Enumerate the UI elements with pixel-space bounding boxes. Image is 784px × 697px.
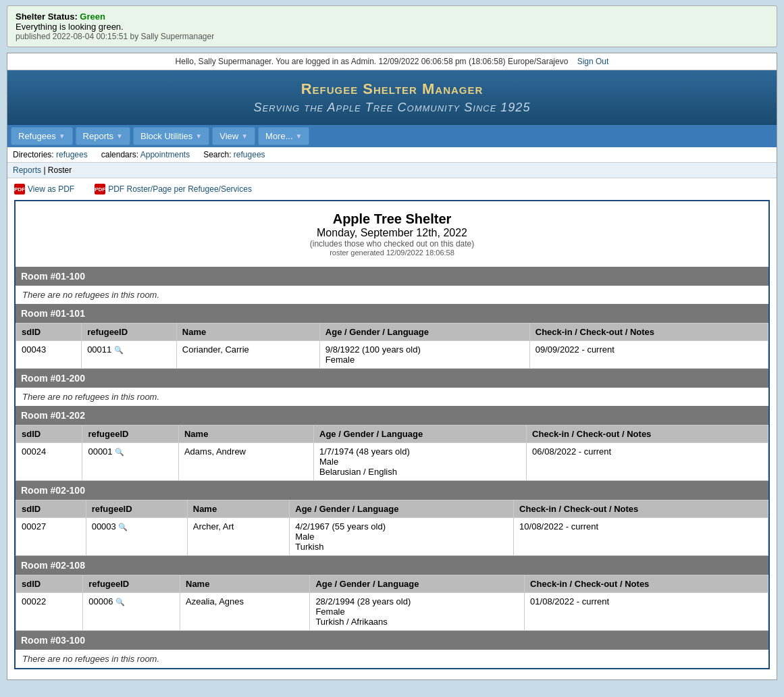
pdf-roster-link[interactable]: PDF PDF Roster/Page per Refugee/Services: [95, 184, 252, 195]
no-refugees-msg-6: There are no refugees in this room.: [16, 650, 768, 668]
footer: Copyright © 2022 RSM Test Site. All Righ…: [0, 694, 784, 697]
search-refugees-link[interactable]: refugees: [234, 150, 265, 159]
nav-item-block-utilities[interactable]: Block Utilities ▼: [133, 127, 209, 145]
search-icon[interactable]: 🔍: [115, 448, 124, 457]
top-bar: Hello, Sally Supermanager. You are logge…: [7, 53, 777, 70]
col-header: Age / Gender / Language: [319, 324, 529, 341]
search-icon[interactable]: 🔍: [115, 598, 125, 607]
nav-label-more: More...: [265, 131, 292, 141]
report-shelter-name: Apple Tree Shelter: [26, 211, 758, 227]
col-header: Age / Gender / Language: [314, 425, 527, 443]
rooms-container: Room #01-100There are no refugees in thi…: [16, 267, 768, 668]
no-refugees-msg-0: There are no refugees in this room.: [16, 286, 768, 304]
app-subtitle: Serving the Apple Tree Community Since 1…: [14, 101, 770, 115]
main-container: Hello, Sally Supermanager. You are logge…: [7, 53, 777, 680]
report-content: Apple Tree Shelter Monday, September 12t…: [14, 200, 770, 669]
pdf-links-section: PDF View as PDF PDF PDF Roster/Page per …: [7, 178, 777, 200]
col-header: Name: [187, 500, 290, 518]
cell-sdid: 00043: [16, 341, 82, 369]
cell-name: Azealia, Agnes: [180, 593, 310, 631]
cell-age-gender-lang: 4/2/1967 (55 years old)MaleTurkish: [290, 518, 514, 556]
block-utilities-arrow-icon: ▼: [195, 132, 202, 140]
breadcrumb-current: Roster: [48, 165, 72, 175]
room-header-6: Room #03-100: [16, 631, 768, 650]
col-header: Check-in / Check-out / Notes: [527, 425, 768, 443]
calendars-label: calendars: Appointments: [101, 150, 190, 159]
shelter-status-title: Shelter Status: Green: [16, 11, 768, 22]
no-refugees-msg-2: There are no refugees in this room.: [16, 388, 768, 406]
room-header-2: Room #01-200: [16, 369, 768, 388]
col-header: Name: [178, 425, 313, 443]
appointments-link[interactable]: Appointments: [140, 150, 190, 159]
room-table-5: sdIDrefugeeIDNameAge / Gender / Language…: [16, 575, 768, 631]
pdf-roster-label: PDF Roster/Page per Refugee/Services: [108, 184, 252, 194]
room-header-1: Room #01-101: [16, 304, 768, 323]
room-table-3: sdIDrefugeeIDNameAge / Gender / Language…: [16, 425, 768, 481]
nav-item-more[interactable]: More... ▼: [258, 127, 309, 145]
col-header: refugeeID: [83, 575, 180, 593]
cell-sdid: 00024: [16, 443, 82, 481]
room-header-4: Room #02-100: [16, 481, 768, 500]
col-header: sdID: [16, 500, 86, 518]
col-header: Name: [180, 575, 310, 593]
col-header: Age / Gender / Language: [310, 575, 525, 593]
col-header: sdID: [16, 324, 82, 341]
shelter-status-banner: Shelter Status: Green Everything is look…: [7, 5, 777, 47]
cell-checkin: 09/09/2022 - current: [529, 341, 768, 369]
col-header: Name: [176, 324, 319, 341]
report-generated: roster generated 12/09/2022 18:06:58: [26, 249, 758, 257]
report-note: (includes those who checked out on this …: [26, 239, 758, 249]
nav-item-refugees[interactable]: Refugees ▼: [11, 127, 73, 145]
view-arrow-icon: ▼: [241, 132, 248, 140]
sign-out-link[interactable]: Sign Out: [577, 57, 609, 66]
cell-age-gender-lang: 9/8/1922 (100 years old)Female: [319, 341, 529, 369]
col-header: sdID: [16, 575, 83, 593]
cell-refugeeid: 00001 🔍: [82, 443, 179, 481]
cell-name: Archer, Art: [187, 518, 290, 556]
shelter-status-published: published 2022-08-04 00:15:51 by Sally S…: [16, 32, 768, 41]
col-header: Check-in / Check-out / Notes: [529, 324, 768, 341]
cell-refugeeid: 00003 🔍: [86, 518, 187, 556]
reports-arrow-icon: ▼: [116, 132, 123, 140]
nav-label-block-utilities: Block Utilities: [140, 131, 192, 141]
cell-name: Coriander, Carrie: [176, 341, 319, 369]
cell-age-gender-lang: 1/7/1974 (48 years old)MaleBelarusian / …: [314, 443, 527, 481]
search-icon[interactable]: 🔍: [118, 523, 128, 532]
room-table-1: sdIDrefugeeIDNameAge / Gender / Language…: [16, 323, 768, 369]
refugees-arrow-icon: ▼: [59, 132, 66, 140]
pdf-icon-1: PDF: [14, 184, 25, 195]
nav-label-refugees: Refugees: [18, 131, 56, 141]
cell-refugeeid: 00011 🔍: [82, 341, 177, 369]
nav-item-reports[interactable]: Reports ▼: [76, 127, 130, 145]
col-header: refugeeID: [82, 425, 179, 443]
cell-checkin: 01/08/2022 - current: [525, 593, 768, 631]
shelter-status-green: Green: [80, 11, 105, 22]
cell-checkin: 10/08/2022 - current: [514, 518, 768, 556]
col-header: Check-in / Check-out / Notes: [514, 500, 768, 518]
cell-refugeeid: 00006 🔍: [83, 593, 180, 631]
pdf-icon-2: PDF: [95, 184, 105, 195]
view-as-pdf-label: View as PDF: [28, 184, 74, 194]
dir-bar: Directories: refugees calendars: Appoint…: [7, 147, 777, 163]
table-row: 0002200006 🔍Azealia, Agnes28/2/1994 (28 …: [16, 593, 768, 631]
view-as-pdf-link[interactable]: PDF View as PDF: [14, 184, 74, 195]
cell-sdid: 00027: [16, 518, 86, 556]
shelter-status-message: Everything is looking green.: [16, 22, 768, 32]
breadcrumb: Reports | Roster: [7, 163, 777, 178]
nav-label-reports: Reports: [83, 131, 114, 141]
nav-item-view[interactable]: View ▼: [212, 127, 255, 145]
room-table-4: sdIDrefugeeIDNameAge / Gender / Language…: [16, 500, 768, 556]
user-info-text: Hello, Sally Supermanager. You are logge…: [176, 57, 569, 66]
col-header: Age / Gender / Language: [290, 500, 514, 518]
table-row: 0002700003 🔍Archer, Art4/2/1967 (55 year…: [16, 518, 768, 556]
search-icon[interactable]: 🔍: [114, 346, 124, 355]
cell-name: Adams, Andrew: [178, 443, 313, 481]
report-date: Monday, September 12th, 2022: [26, 227, 758, 239]
breadcrumb-reports-link[interactable]: Reports: [13, 165, 41, 175]
more-arrow-icon: ▼: [296, 132, 303, 140]
table-row: 0002400001 🔍Adams, Andrew1/7/1974 (48 ye…: [16, 443, 768, 481]
report-header: Apple Tree Shelter Monday, September 12t…: [16, 201, 768, 267]
room-header-3: Room #01-202: [16, 406, 768, 425]
col-header: refugeeID: [86, 500, 187, 518]
refugees-dir-link[interactable]: refugees: [56, 150, 88, 159]
